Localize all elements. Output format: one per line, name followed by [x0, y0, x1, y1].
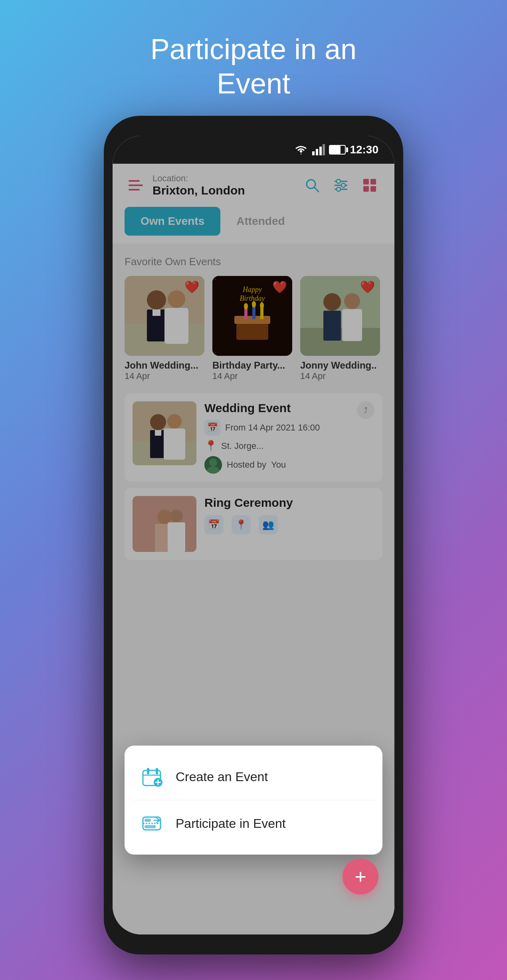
status-bar: 12:30 — [113, 136, 394, 164]
participate-event-icon — [141, 811, 164, 835]
page-title: Participate in an Event — [0, 32, 507, 101]
popup-menu: Create an Event — [125, 746, 382, 855]
fab-button[interactable]: + — [343, 859, 378, 895]
svg-rect-58 — [156, 768, 158, 774]
phone-mockup: 12:30 Location: Brixton, Lo — [104, 116, 403, 954]
svg-rect-2 — [319, 147, 322, 155]
svg-rect-1 — [316, 149, 318, 155]
create-event-label: Create an Event — [176, 770, 268, 784]
signal-icon — [312, 144, 325, 155]
svg-rect-65 — [145, 825, 156, 828]
svg-rect-3 — [323, 144, 325, 155]
svg-rect-0 — [312, 151, 315, 155]
participate-event-option[interactable]: Participate in Event — [125, 800, 382, 847]
svg-rect-64 — [145, 819, 151, 822]
create-event-icon — [141, 765, 164, 789]
participate-event-label: Participate in Event — [176, 816, 286, 831]
create-event-option[interactable]: Create an Event — [125, 754, 382, 800]
svg-rect-57 — [147, 768, 149, 774]
wifi-icon — [294, 144, 308, 155]
battery-icon — [329, 145, 346, 155]
status-time: 12:30 — [350, 143, 378, 156]
